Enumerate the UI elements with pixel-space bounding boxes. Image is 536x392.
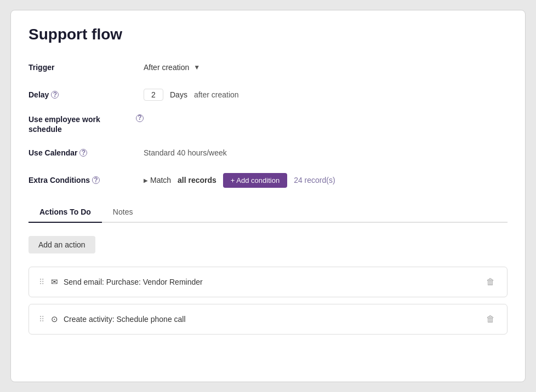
tab-actions-todo[interactable]: Actions To Do	[28, 202, 102, 223]
delay-content: 2 Days after creation	[144, 89, 239, 101]
trigger-row: Trigger After creation ▼	[28, 59, 508, 76]
extra-conditions-label: Extra Conditions ?	[28, 176, 144, 185]
use-calendar-help-icon[interactable]: ?	[79, 149, 87, 157]
drag-handle-icon: ⠿	[39, 315, 44, 324]
delete-action-2-icon[interactable]: 🗑	[484, 312, 497, 326]
tab-notes[interactable]: Notes	[102, 202, 144, 223]
delay-after-text: after creation	[194, 90, 239, 99]
add-condition-button[interactable]: + Add condition	[223, 173, 287, 188]
match-arrow-icon: ▶	[144, 177, 148, 183]
records-count[interactable]: 24 record(s)	[294, 176, 335, 185]
use-calendar-row: Use Calendar ? Standard 40 hours/week	[28, 144, 508, 162]
action-text-1: Send email: Purchase: Vendor Reminder	[64, 278, 484, 286]
actions-content: Add an action ⠿ ✉ Send email: Purchase: …	[28, 236, 508, 335]
chevron-down-icon: ▼	[193, 64, 200, 71]
action-item-2: ⠿ ⊙ Create activity: Schedule phone call…	[28, 304, 508, 335]
email-icon: ✉	[51, 277, 58, 287]
form-section: Trigger After creation ▼ Delay ? 2 Days …	[28, 59, 508, 189]
drag-handle-icon: ⠿	[39, 278, 44, 286]
tabs-section: Actions To Do Notes	[28, 202, 508, 223]
calendar-value: Standard 40 hours/week	[144, 148, 227, 157]
match-text: ▶ Match all records	[144, 176, 216, 185]
trigger-select[interactable]: After creation ▼	[144, 63, 200, 72]
delay-label: Delay ?	[28, 90, 144, 99]
employee-schedule-help-icon[interactable]: ?	[136, 114, 144, 122]
page-title: Support flow	[28, 26, 508, 43]
conditions-content: ▶ Match all records + Add condition 24 r…	[144, 173, 335, 188]
employee-schedule-label: Use employee work schedule ?	[28, 114, 144, 134]
trigger-label: Trigger	[28, 63, 144, 72]
employee-schedule-row: Use employee work schedule ?	[28, 113, 508, 134]
action-item-1: ⠿ ✉ Send email: Purchase: Vendor Reminde…	[28, 267, 508, 297]
delete-action-1-icon[interactable]: 🗑	[484, 275, 497, 289]
extra-conditions-help-icon[interactable]: ?	[92, 176, 100, 184]
add-action-button[interactable]: Add an action	[28, 236, 95, 253]
action-text-2: Create activity: Schedule phone call	[64, 315, 484, 324]
extra-conditions-row: Extra Conditions ? ▶ Match all records +…	[28, 171, 508, 189]
delay-row: Delay ? 2 Days after creation	[28, 86, 508, 103]
delay-unit: Days	[170, 90, 187, 99]
activity-icon: ⊙	[51, 314, 58, 324]
main-card: Support flow Trigger After creation ▼ De…	[10, 10, 526, 382]
match-bold-text: all records	[178, 176, 216, 185]
trigger-value: After creation	[144, 63, 189, 72]
use-calendar-label: Use Calendar ?	[28, 148, 144, 157]
delay-number[interactable]: 2	[144, 89, 163, 101]
delay-help-icon[interactable]: ?	[51, 91, 59, 99]
